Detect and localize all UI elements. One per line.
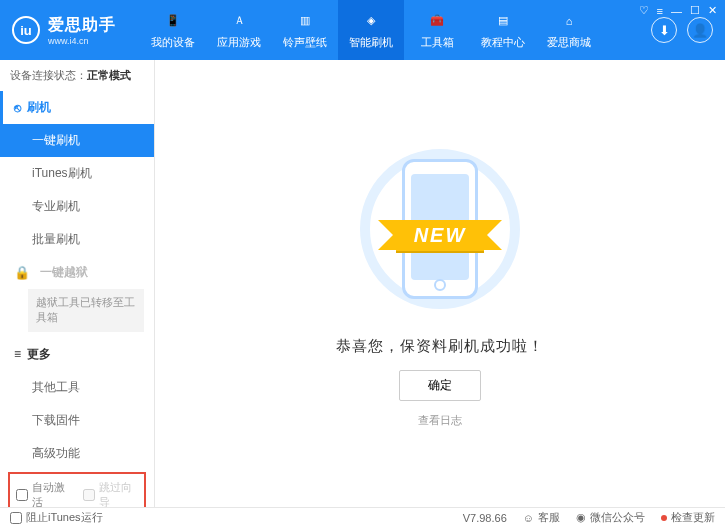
lock-icon: 🔒 bbox=[14, 265, 30, 280]
logo: iu 爱思助手 www.i4.cn bbox=[12, 15, 116, 46]
top-nav: 📱我的设备 Ａ应用游戏 ▥铃声壁纸 ◈智能刷机 🧰工具箱 ▤教程中心 ⌂爱思商城 bbox=[140, 0, 602, 60]
nav-my-device[interactable]: 📱我的设备 bbox=[140, 0, 206, 60]
image-icon: ▥ bbox=[295, 11, 315, 31]
sidebar-item-pro[interactable]: 专业刷机 bbox=[0, 190, 154, 223]
main-content: NEW 恭喜您，保资料刷机成功啦！ 确定 查看日志 bbox=[155, 60, 725, 507]
sidebar-item-advanced[interactable]: 高级功能 bbox=[0, 437, 154, 470]
nav-toolbox[interactable]: 🧰工具箱 bbox=[404, 0, 470, 60]
apps-icon: Ａ bbox=[229, 11, 249, 31]
flash-icon: ◈ bbox=[361, 11, 381, 31]
block-itunes-checkbox[interactable]: 阻止iTunes运行 bbox=[10, 510, 103, 525]
min-icon[interactable]: — bbox=[671, 5, 682, 17]
connect-status: 设备连接状态：正常模式 bbox=[0, 60, 154, 91]
jailbreak-note: 越狱工具已转移至工具箱 bbox=[28, 289, 144, 332]
success-illustration: NEW bbox=[350, 139, 530, 319]
auto-activate-checkbox[interactable]: 自动激活 bbox=[16, 480, 71, 510]
titlebar: iu 爱思助手 www.i4.cn 📱我的设备 Ａ应用游戏 ▥铃声壁纸 ◈智能刷… bbox=[0, 0, 725, 60]
user-button[interactable]: 👤 bbox=[687, 17, 713, 43]
mall-icon: ⌂ bbox=[559, 11, 579, 31]
view-log-link[interactable]: 查看日志 bbox=[418, 413, 462, 428]
service-icon: ☺ bbox=[523, 512, 534, 524]
app-url: www.i4.cn bbox=[48, 36, 116, 46]
wechat-link[interactable]: ◉微信公众号 bbox=[576, 510, 645, 525]
logo-icon: iu bbox=[12, 16, 40, 44]
sidebar-item-download[interactable]: 下载固件 bbox=[0, 404, 154, 437]
sidebar-item-other[interactable]: 其他工具 bbox=[0, 371, 154, 404]
customer-service-link[interactable]: ☺客服 bbox=[523, 510, 560, 525]
gift-icon[interactable]: ♡ bbox=[639, 4, 649, 17]
nav-ringtone[interactable]: ▥铃声壁纸 bbox=[272, 0, 338, 60]
max-icon[interactable]: ☐ bbox=[690, 4, 700, 17]
more-icon: ≡ bbox=[14, 347, 21, 361]
sidebar-item-onekey[interactable]: 一键刷机 bbox=[0, 124, 154, 157]
update-dot-icon bbox=[661, 515, 667, 521]
version-label: V7.98.66 bbox=[463, 512, 507, 524]
check-update-link[interactable]: 检查更新 bbox=[661, 510, 715, 525]
nav-apps[interactable]: Ａ应用游戏 bbox=[206, 0, 272, 60]
sidebar-item-itunes[interactable]: iTunes刷机 bbox=[0, 157, 154, 190]
book-icon: ▤ bbox=[493, 11, 513, 31]
ok-button[interactable]: 确定 bbox=[399, 370, 481, 401]
menu-icon[interactable]: ≡ bbox=[657, 5, 663, 17]
flash-section-icon: ⎋ bbox=[14, 101, 21, 115]
skip-guide-checkbox[interactable]: 跳过向导 bbox=[83, 480, 138, 510]
success-message: 恭喜您，保资料刷机成功啦！ bbox=[336, 337, 544, 356]
section-flash[interactable]: ⎋刷机 bbox=[0, 91, 154, 124]
section-jailbreak: 🔒一键越狱 bbox=[0, 256, 154, 289]
phone-icon: 📱 bbox=[163, 11, 183, 31]
nav-tutorial[interactable]: ▤教程中心 bbox=[470, 0, 536, 60]
app-name: 爱思助手 bbox=[48, 15, 116, 36]
section-more[interactable]: ≡更多 bbox=[0, 338, 154, 371]
new-ribbon: NEW bbox=[396, 220, 485, 251]
footer: 阻止iTunes运行 V7.98.66 ☺客服 ◉微信公众号 检查更新 bbox=[0, 507, 725, 527]
download-button[interactable]: ⬇ bbox=[651, 17, 677, 43]
sidebar: 设备连接状态：正常模式 ⎋刷机 一键刷机 iTunes刷机 专业刷机 批量刷机 … bbox=[0, 60, 155, 507]
wechat-icon: ◉ bbox=[576, 511, 586, 524]
nav-mall[interactable]: ⌂爱思商城 bbox=[536, 0, 602, 60]
window-controls: ♡ ≡ — ☐ ✕ bbox=[639, 4, 717, 17]
close-icon[interactable]: ✕ bbox=[708, 4, 717, 17]
sidebar-item-batch[interactable]: 批量刷机 bbox=[0, 223, 154, 256]
toolbox-icon: 🧰 bbox=[427, 11, 447, 31]
nav-flash[interactable]: ◈智能刷机 bbox=[338, 0, 404, 60]
